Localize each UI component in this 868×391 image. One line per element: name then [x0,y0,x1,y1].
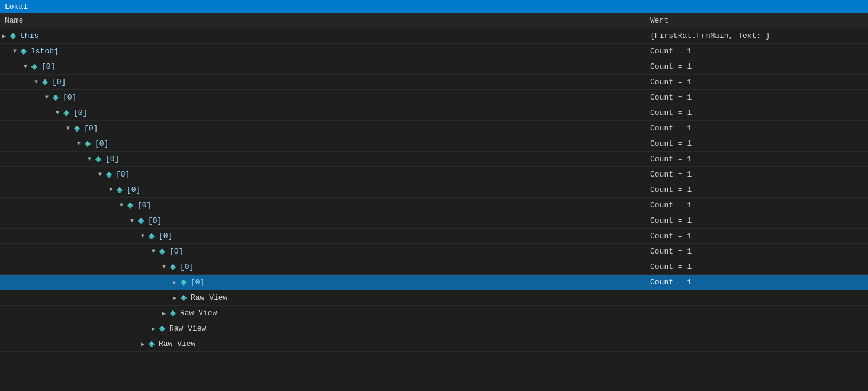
object-icon [179,294,188,302]
node-label: this [20,31,38,40]
value-cell: Count = 1 [645,262,868,271]
object-icon [40,78,50,86]
tree-row[interactable]: Raw View [0,306,868,321]
value-cell: Count = 1 [645,155,868,164]
expand-arrow[interactable] [85,156,94,162]
object-icon [157,325,167,333]
object-icon [136,217,146,225]
value-cell: Count = 1 [645,201,868,210]
object-icon [94,155,103,164]
node-label: [0] [116,170,130,179]
tree-row[interactable]: [0]Count = 1 [0,198,868,213]
expand-arrow[interactable] [139,233,147,239]
expand-arrow[interactable] [0,33,8,40]
tree-row[interactable]: lstobjCount = 1 [0,44,868,59]
expand-arrow[interactable] [107,187,115,193]
object-icon [104,171,114,179]
tree-row[interactable]: [0]Count = 1 [0,167,868,182]
tree-row[interactable]: this{FirstRat.FrmMain, Text: } [0,28,868,44]
tree-row[interactable]: [0]Count = 1 [0,213,868,229]
tree-row[interactable]: [0]Count = 1 [0,229,868,244]
tree-row[interactable]: Raw View [0,321,868,336]
node-label: Raw View [191,293,227,302]
tree-row[interactable]: Raw View [0,336,868,352]
object-icon [19,47,28,56]
node-label: [0] [63,93,76,102]
node-label: [0] [180,262,194,271]
node-label: Raw View [159,339,195,348]
tree-row[interactable]: [0]Count = 1 [0,105,868,121]
expand-arrow[interactable] [128,217,136,224]
node-label: [0] [105,155,119,164]
expand-arrow[interactable] [11,48,19,55]
node-label: [0] [127,185,140,194]
expand-arrow[interactable] [32,79,40,85]
header-name: Name [0,16,645,25]
expand-arrow[interactable] [64,125,72,132]
object-icon [8,32,18,40]
object-icon [115,186,124,194]
object-icon [168,309,178,318]
value-cell: Count = 1 [645,278,868,287]
expand-arrow[interactable] [160,310,168,317]
value-cell: Count = 1 [645,139,868,148]
node-label: Raw View [169,324,206,333]
expand-arrow[interactable] [149,248,157,255]
tree-row[interactable]: [0]Count = 1 [0,121,868,136]
node-label: [0] [169,247,183,256]
tree-row[interactable]: [0]Count = 1 [0,59,868,75]
expand-arrow[interactable] [160,264,168,270]
value-cell: Count = 1 [645,232,868,241]
value-cell: Count = 1 [645,124,868,133]
tree-body: this{FirstRat.FrmMain, Text: } lstobjCou… [0,28,868,352]
tree-row[interactable]: [0]Count = 1 [0,259,868,275]
tree-row[interactable]: [0]Count = 1 [0,275,868,290]
value-cell: {FirstRat.FrmMain, Text: } [645,31,868,40]
value-cell: Count = 1 [645,47,868,56]
value-cell: Count = 1 [645,62,868,71]
object-icon [62,109,71,117]
node-label: [0] [148,216,162,225]
object-icon [83,140,92,148]
tree-row[interactable]: [0]Count = 1 [0,136,868,152]
node-label: lstobj [31,47,59,56]
tree-container[interactable]: Name Wert this{FirstRat.FrmMain, Text: }… [0,13,868,391]
value-cell: Count = 1 [645,170,868,179]
node-label: [0] [95,139,108,148]
expand-arrow[interactable] [117,202,126,209]
value-cell: Count = 1 [645,247,868,256]
object-icon [51,94,60,102]
object-icon [168,263,178,271]
expand-arrow[interactable] [171,294,179,302]
header-row: Name Wert [0,13,868,28]
expand-arrow[interactable] [171,279,179,286]
expand-arrow[interactable] [53,110,62,116]
object-icon [157,248,167,256]
value-cell: Count = 1 [645,108,868,117]
object-icon [30,63,39,71]
node-label: [0] [191,278,204,287]
tree-row[interactable]: [0]Count = 1 [0,75,868,90]
tree-row[interactable]: Raw View [0,290,868,306]
header-value: Wert [645,16,868,25]
value-cell: Count = 1 [645,93,868,102]
tree-row[interactable]: [0]Count = 1 [0,152,868,167]
tree-row[interactable]: [0]Count = 1 [0,182,868,198]
value-cell: Count = 1 [645,185,868,194]
object-icon [147,232,156,241]
node-label: [0] [137,201,151,210]
tree-row[interactable]: [0]Count = 1 [0,244,868,259]
expand-arrow[interactable] [43,94,51,101]
expand-arrow[interactable] [149,325,157,332]
object-icon [126,201,135,210]
expand-arrow[interactable] [139,341,147,348]
node-label: [0] [73,108,87,117]
tree-row[interactable]: [0]Count = 1 [0,90,868,105]
node-label: Raw View [180,309,217,318]
object-icon [147,340,156,348]
expand-arrow[interactable] [21,63,30,70]
expand-arrow[interactable] [75,140,83,147]
expand-arrow[interactable] [96,171,104,178]
node-label: [0] [159,232,172,241]
node-label: [0] [41,62,55,71]
